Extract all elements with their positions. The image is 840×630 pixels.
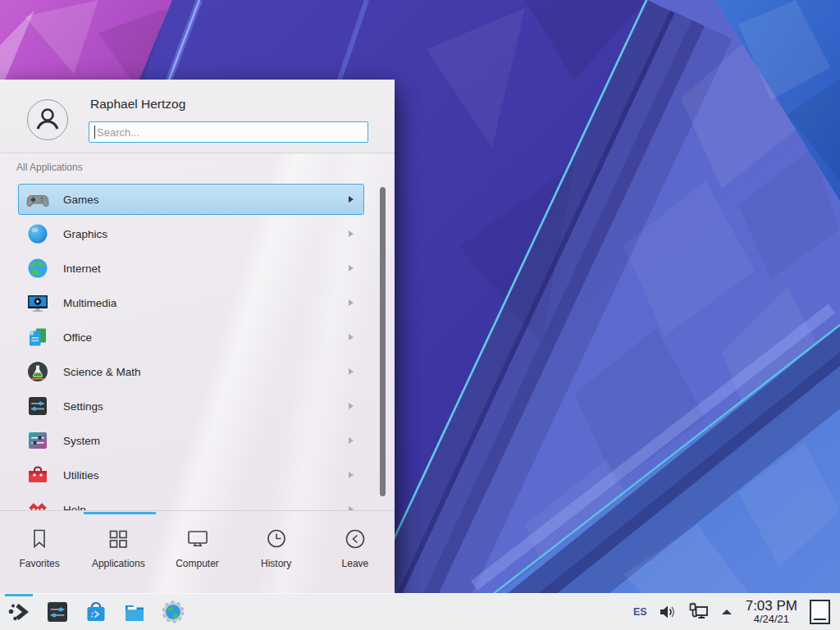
tab-applications[interactable]: Applications — [79, 515, 158, 593]
launcher-tabbar: Favorites Applications Computer History — [0, 515, 395, 593]
taskbar-app-icons — [0, 594, 197, 630]
system-settings-icon — [45, 600, 70, 624]
user-icon — [32, 104, 63, 135]
web-browser-button[interactable] — [158, 594, 188, 630]
active-launcher-indicator — [5, 594, 33, 596]
gamepad-icon — [26, 188, 49, 211]
file-manager-button[interactable] — [120, 594, 149, 630]
menu-item-label: Settings — [63, 400, 349, 413]
active-tab-indicator — [84, 512, 156, 514]
header-separator — [0, 153, 395, 153]
browser-globe-gear-icon — [161, 600, 185, 624]
tab-label: Applications — [92, 558, 145, 569]
menu-item-graphics[interactable]: Graphics — [18, 218, 364, 249]
menu-item-science-math[interactable]: Science & Math — [18, 356, 364, 387]
submenu-arrow-icon — [349, 368, 354, 375]
toolbox-icon — [26, 463, 49, 486]
expand-tray-arrow-icon[interactable] — [720, 607, 733, 617]
search-input[interactable] — [89, 121, 368, 143]
globe-icon — [26, 257, 49, 280]
submenu-arrow-icon — [349, 265, 354, 272]
discover-bag-icon — [84, 600, 108, 624]
menu-item-games[interactable]: Games — [18, 184, 364, 215]
clock-time: 7:03 PM — [746, 599, 797, 614]
tab-leave[interactable]: Leave — [316, 515, 395, 593]
keyboard-layout-indicator[interactable]: ES — [633, 606, 647, 618]
monitor-icon — [186, 527, 209, 550]
list-scrollbar[interactable] — [380, 187, 386, 496]
menu-item-help[interactable]: Help — [18, 494, 364, 510]
menu-item-label: Office — [63, 331, 349, 344]
launcher-header: Raphael Hertzog — [0, 80, 395, 153]
system-sliders-icon — [26, 429, 49, 452]
tab-label: Leave — [342, 558, 369, 569]
submenu-arrow-icon — [349, 403, 354, 409]
show-desktop-button[interactable] — [810, 600, 830, 624]
application-launcher-button[interactable] — [4, 594, 34, 630]
submenu-arrow-icon — [349, 196, 354, 203]
kde-launcher-icon — [7, 600, 31, 624]
show-desktop-glyph — [814, 619, 826, 620]
leave-icon — [344, 527, 367, 550]
menu-item-internet[interactable]: Internet — [18, 253, 364, 284]
menu-item-label: Games — [63, 194, 349, 206]
tab-label: Favorites — [19, 558, 59, 569]
tabbar-separator — [0, 510, 395, 511]
flask-icon — [26, 360, 49, 383]
user-avatar[interactable] — [27, 99, 68, 140]
documents-icon — [26, 326, 49, 349]
tab-computer[interactable]: Computer — [158, 515, 236, 593]
menu-item-label: Science & Math — [63, 366, 349, 378]
submenu-arrow-icon — [349, 299, 354, 306]
menu-item-label: Help — [63, 504, 349, 511]
menu-item-multimedia[interactable]: Multimedia — [18, 287, 364, 318]
graphics-sphere-icon — [26, 222, 49, 245]
menu-item-utilities[interactable]: Utilities — [18, 459, 364, 491]
tab-label: Computer — [176, 558, 219, 569]
section-label: All Applications — [16, 162, 83, 173]
bookmark-icon — [28, 527, 51, 550]
media-monitor-icon — [26, 291, 49, 314]
text-cursor — [94, 126, 95, 139]
application-launcher-popup: Raphael Hertzog All Applications Games — [0, 80, 395, 593]
system-tray: ES 7:03 PM 4/24/21 — [633, 599, 840, 624]
clock-date: 4/24/21 — [746, 614, 797, 625]
submenu-arrow-icon — [349, 231, 354, 237]
sliders-icon — [26, 395, 49, 418]
menu-item-settings[interactable]: Settings — [18, 390, 364, 422]
menu-item-system[interactable]: System — [18, 425, 364, 456]
network-icon[interactable] — [688, 601, 710, 623]
tab-favorites[interactable]: Favorites — [0, 515, 79, 593]
submenu-arrow-icon — [349, 334, 354, 340]
life-ring-icon — [26, 498, 49, 510]
user-name: Raphael Hertzog — [90, 97, 185, 112]
search-field[interactable] — [89, 121, 368, 143]
menu-item-office[interactable]: Office — [18, 322, 364, 353]
submenu-arrow-icon — [349, 437, 354, 444]
folder-icon — [122, 600, 147, 624]
clock-icon — [265, 527, 288, 550]
digital-clock[interactable]: 7:03 PM 4/24/21 — [746, 599, 797, 624]
menu-item-label: Multimedia — [63, 297, 349, 309]
discover-button[interactable] — [81, 594, 111, 630]
menu-item-label: Internet — [63, 262, 349, 275]
taskbar-panel: ES 7:03 PM 4/24/21 — [0, 593, 840, 630]
menu-item-label: Graphics — [63, 228, 349, 240]
tab-history[interactable]: History — [237, 515, 316, 593]
submenu-arrow-icon — [349, 472, 354, 478]
menu-item-label: Utilities — [63, 469, 349, 482]
grid-icon — [107, 527, 130, 550]
menu-item-label: System — [63, 435, 349, 447]
volume-icon[interactable] — [658, 602, 678, 622]
tab-label: History — [261, 558, 291, 569]
system-settings-button[interactable] — [43, 594, 72, 630]
category-list: Games Graphics — [18, 184, 364, 510]
